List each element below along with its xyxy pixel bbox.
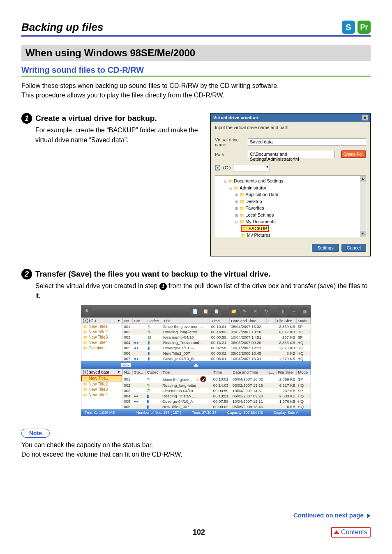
column-header[interactable]: No. — [123, 318, 133, 323]
sub-heading: Writing sound files to CD-R/RW — [21, 65, 371, 77]
status-cap: Capacity: 507,884 KB — [227, 411, 263, 415]
table-row[interactable]: 004●●▮Reading_Tristan und ...00:13:2106/… — [123, 340, 311, 345]
vd-path-label: Path — [215, 152, 244, 157]
tree-item[interactable]: My Documents — [240, 219, 276, 224]
tree-item[interactable]: My Pictures — [241, 233, 270, 237]
contents-button[interactable]: Contents — [331, 527, 371, 538]
table-row[interactable]: 003🗒Idea memo-04/1000:00:5910/04/2007 14… — [123, 335, 311, 340]
table-row[interactable]: 007●●▮Coverge-04/10_B00:06:0110/04/2007 … — [123, 356, 311, 361]
app-toolbar: 🔍 📄 📋 📋 📁 ✎ ✕ ↻ ▯ ＋ ▥ — [81, 306, 311, 317]
column-header[interactable]: Time — [212, 369, 231, 375]
column-header[interactable]: Date and Time — [231, 369, 267, 375]
table-row[interactable]: 002✎Reading_long-letter00:14:0303/02/200… — [123, 329, 311, 335]
table-row[interactable]: 006▮New Title2_00700:00:0205/05/2008 18:… — [123, 351, 311, 356]
tree-item[interactable]: Application Data — [240, 192, 279, 197]
column-header[interactable]: Title — [161, 369, 212, 375]
tree-item[interactable]: Documents and Settings — [228, 178, 284, 183]
callout-badge-2: 2 — [200, 376, 206, 382]
table-row[interactable]: 001✎Since the glove mom...00:10:0105/04/… — [123, 323, 311, 329]
table-row[interactable]: 004●●▮Reading_Tristan ...00:13:2106/03/2… — [123, 393, 311, 399]
file-table-bottom[interactable]: No.Ste...CodecTitleTimeDate and TimeL...… — [122, 369, 311, 410]
step2-title: Transfer (Save) the files you want to ba… — [35, 270, 270, 279]
sidebar-item[interactable]: New Title2 — [81, 381, 122, 387]
step2-body: Select the virtual drive you created in … — [35, 281, 371, 300]
dialog-title: Virtual drive creation — [213, 115, 258, 120]
bottom-pane: 💽 saved data▼ New Title1New Title2New Ti… — [81, 369, 311, 410]
dialog-instruction: Input the virtual drive name and path. — [211, 122, 370, 136]
vd-path-input[interactable]: C:\Documents and Settings\Administrator\… — [248, 151, 334, 158]
column-header[interactable]: Time — [210, 318, 230, 323]
table-row[interactable]: 001✎Since the glove ... ↘200:10:0105/04/… — [123, 375, 311, 383]
search-icon[interactable]: 🔍 — [83, 307, 92, 316]
drive-selector-top[interactable]: 💽 (C:)▼ — [81, 318, 122, 324]
table-row[interactable]: 003🗒Idea memo-04/1000:00:5910/04/2007 14… — [123, 388, 311, 393]
column-header[interactable]: File Size — [276, 369, 296, 375]
sidebar-item[interactable]: New Title1 — [81, 375, 122, 381]
toolbar-btn[interactable]: 📋 — [212, 307, 221, 316]
column-header[interactable]: Mode — [297, 369, 311, 375]
intro-line2: This procedure allows you to play the fi… — [21, 92, 224, 99]
sidebar-item[interactable]: New Title4 — [81, 392, 122, 397]
toolbar-btn[interactable]: ＋ — [289, 307, 298, 316]
column-header[interactable]: Mode — [296, 318, 310, 323]
pane-divider[interactable]: WAV — [81, 361, 311, 369]
tree-item[interactable]: Favorites — [240, 205, 264, 210]
column-header[interactable]: Ste... — [132, 369, 145, 375]
table-row[interactable]: 006▮New Title2_00700:00:0205/05/2008 18:… — [123, 404, 311, 409]
dialog-titlebar: Virtual drive creation ✕ — [211, 113, 370, 122]
tree-item[interactable]: Desktop — [240, 199, 262, 204]
wav-tag: WAV — [121, 362, 131, 367]
table-row[interactable]: 005●●▮Coverge-04/10_A00:07:5910/04/2007 … — [123, 399, 311, 404]
sidebar-item[interactable]: New Title3 — [81, 387, 122, 392]
drive-label: (C:) — [223, 165, 231, 170]
settings-button[interactable]: Settings — [312, 244, 339, 252]
close-icon[interactable]: ✕ — [362, 115, 368, 120]
tree-item[interactable]: Local Settings — [240, 212, 274, 217]
cancel-button[interactable]: Cancel — [341, 244, 366, 252]
drive-selector-label: (C:) — [89, 319, 96, 323]
toolbar-btn[interactable]: 📁 — [229, 307, 238, 316]
column-header[interactable]: Codec — [145, 369, 161, 375]
vd-name-input[interactable]: Saved data — [248, 138, 366, 146]
create-folder-button[interactable]: Create Fol. — [341, 150, 366, 158]
sidebar-item[interactable]: Dictation — [81, 345, 122, 351]
tree-item-selected[interactable]: BACKUP — [241, 225, 269, 232]
arrow-up-icon — [194, 363, 198, 367]
drive-dropdown[interactable] — [233, 164, 270, 171]
step-number-1: 1 — [21, 113, 32, 124]
intro-text: Follow these steps when backing up sound… — [21, 81, 371, 100]
table-row[interactable]: 002✎Reading_long-letter00:14:0303/02/200… — [123, 383, 311, 388]
toolbar-btn[interactable]: 📋 — [201, 307, 210, 316]
toolbar-btn[interactable]: ▯ — [279, 307, 288, 316]
table-row[interactable]: 005●●▮Coverge-04/10_A00:07:5910/04/2007 … — [123, 345, 311, 351]
tree-scrollbar[interactable]: ▲▼ — [360, 176, 366, 237]
sidebar-item[interactable]: New Title4 — [81, 340, 122, 345]
column-header[interactable]: Title — [162, 318, 210, 323]
top-pane: 💽 (C:)▼ New Title1New Title2New Title3Ne… — [81, 317, 311, 361]
drive-icon: 💽 — [215, 165, 221, 171]
folder-tree[interactable]: Documents and Settings Administrator App… — [215, 175, 366, 237]
intro-line1: Follow these steps when backing up sound… — [21, 82, 279, 89]
column-header[interactable]: File Size — [276, 318, 296, 323]
toolbar-btn[interactable]: ↻ — [261, 307, 270, 316]
column-header[interactable]: Ste... — [133, 318, 146, 323]
header-rule — [21, 35, 371, 37]
file-table-top[interactable]: No.Ste...CodecTitleTimeDate and TimeL...… — [122, 318, 311, 361]
column-header[interactable]: L... — [266, 318, 276, 323]
drive-selector-label: saved data — [89, 370, 109, 374]
sidebar-item[interactable]: New Title1 — [81, 324, 122, 329]
column-header[interactable]: Codec — [146, 318, 162, 323]
tree-item[interactable]: Administrator — [234, 185, 267, 190]
sidebar-item[interactable]: New Title3 — [81, 335, 122, 340]
sidebar-item[interactable]: New Title2 — [81, 329, 122, 335]
column-header[interactable]: Date and Time — [230, 318, 266, 323]
toolbar-btn[interactable]: ✎ — [240, 307, 249, 316]
column-header[interactable]: No. — [123, 369, 133, 375]
page-title: Backing up files — [21, 21, 103, 34]
step1-title: Create a virtual drive for backup. — [35, 114, 157, 123]
drive-selector-bottom[interactable]: 💽 saved data▼ — [81, 369, 122, 375]
toolbar-btn[interactable]: 📄 — [191, 307, 200, 316]
toolbar-btn[interactable]: ▥ — [300, 307, 309, 316]
column-header[interactable]: L... — [267, 369, 276, 375]
toolbar-btn[interactable]: ✕ — [251, 307, 260, 316]
